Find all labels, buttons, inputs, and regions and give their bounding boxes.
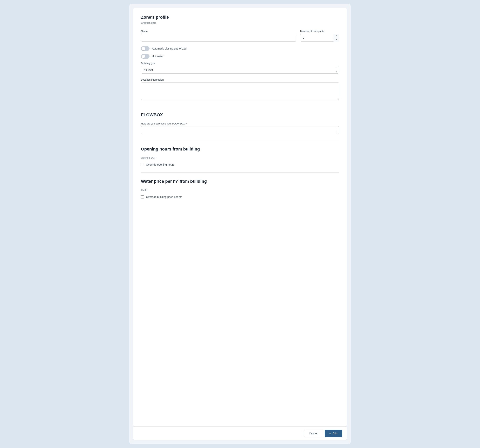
page-container: Zone's profile Creation date Name Number… xyxy=(129,4,351,444)
building-type-group: Building type No type Residential Commer… xyxy=(141,62,339,74)
purchase-select[interactable]: Online In store Partner xyxy=(141,126,339,134)
opening-hours-description: Opened 24/7 xyxy=(141,156,339,159)
divider-3 xyxy=(141,172,339,173)
automatic-closing-label: Automatic closing authorized xyxy=(152,47,187,50)
name-label: Name xyxy=(141,30,296,33)
building-type-select-wrapper: No type Residential Commercial Industria… xyxy=(141,66,339,74)
name-input[interactable] xyxy=(141,34,296,42)
override-opening-hours-checkbox[interactable] xyxy=(141,163,144,166)
purchase-select-wrapper: Online In store Partner ⌃⌄ xyxy=(141,126,339,134)
spinner-down-button[interactable]: ▼ xyxy=(334,38,339,42)
override-opening-hours-row: Override opening hours xyxy=(141,163,339,166)
toggle-thumb-auto xyxy=(141,47,145,50)
toggle-thumb-hot-water xyxy=(141,55,145,58)
footer-bar: Cancel + Add xyxy=(133,427,347,440)
purchase-group: How did you purchase your FLOWBOX ? Onli… xyxy=(141,122,339,134)
override-building-price-row: Override building price per m³ xyxy=(141,195,339,199)
water-price-section: Water price per m³ from building €5.00 O… xyxy=(141,179,339,199)
form-card: Zone's profile Creation date Name Number… xyxy=(133,8,347,427)
automatic-closing-toggle[interactable] xyxy=(141,46,149,51)
cancel-button[interactable]: Cancel xyxy=(304,430,322,437)
flowbox-title: FLOWBOX xyxy=(141,113,339,117)
zones-profile-section: Zone's profile Creation date Name Number… xyxy=(141,15,339,100)
purchase-label: How did you purchase your FLOWBOX ? xyxy=(141,122,339,125)
divider-1 xyxy=(141,106,339,106)
hot-water-label: Hot water xyxy=(152,55,163,58)
hot-water-row: Hot water xyxy=(141,54,339,59)
section-title-zones-profile: Zone's profile xyxy=(141,15,339,20)
spinner-up-button[interactable]: ▲ xyxy=(334,34,339,38)
override-building-price-checkbox[interactable] xyxy=(141,195,144,199)
opening-hours-title: Opening hours from building xyxy=(141,147,339,152)
name-occupants-row: Name Number of occupants ▲ ▼ xyxy=(141,30,339,42)
automatic-closing-row: Automatic closing authorized xyxy=(141,46,339,51)
creation-date-label: Creation date xyxy=(141,21,339,24)
flowbox-section: FLOWBOX How did you purchase your FLOWBO… xyxy=(141,113,339,134)
hot-water-toggle[interactable] xyxy=(141,54,149,59)
building-type-select[interactable]: No type Residential Commercial Industria… xyxy=(141,66,339,74)
occupants-input[interactable] xyxy=(300,34,339,42)
add-plus-icon: + xyxy=(329,432,331,435)
water-price-title: Water price per m³ from building xyxy=(141,179,339,184)
occupants-group: Number of occupants ▲ ▼ xyxy=(300,30,339,42)
override-building-price-label: Override building price per m³ xyxy=(146,195,182,199)
location-info-group: Location information xyxy=(141,78,339,100)
occupants-input-wrapper: ▲ ▼ xyxy=(300,34,339,42)
opening-hours-section: Opening hours from building Opened 24/7 … xyxy=(141,147,339,166)
add-button-label: Add xyxy=(333,432,338,435)
override-opening-hours-label: Override opening hours xyxy=(146,163,174,166)
add-button[interactable]: + Add xyxy=(325,430,342,437)
occupants-label: Number of occupants xyxy=(300,30,339,33)
water-price-value: €5.00 xyxy=(141,189,339,192)
building-type-label: Building type xyxy=(141,62,339,65)
name-group: Name xyxy=(141,30,296,42)
spinner-buttons: ▲ ▼ xyxy=(334,34,339,42)
location-info-textarea[interactable] xyxy=(141,82,339,100)
location-info-label: Location information xyxy=(141,78,339,81)
